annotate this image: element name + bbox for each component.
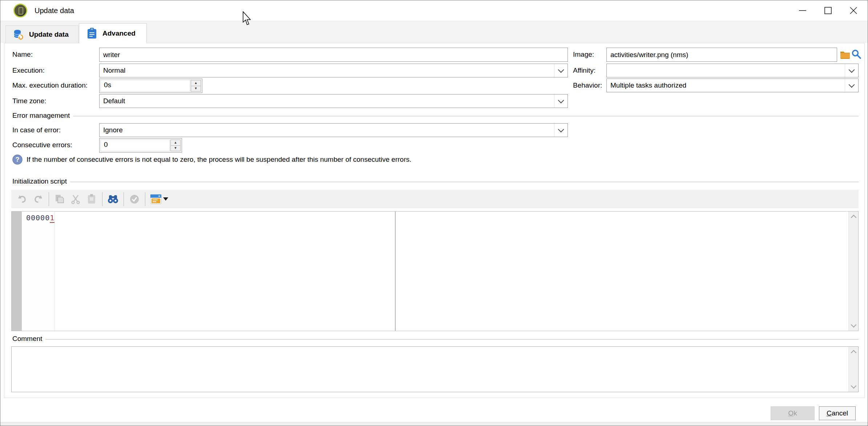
comment-textarea[interactable] bbox=[11, 346, 859, 392]
affinity-select[interactable] bbox=[606, 64, 859, 77]
chevron-down-icon bbox=[849, 81, 855, 88]
toolbar-separator bbox=[124, 192, 124, 206]
behavior-select[interactable]: Multiple tasks authorized bbox=[606, 79, 859, 92]
mouse-cursor bbox=[242, 11, 252, 26]
max-duration-spin-down-button[interactable]: ▼ bbox=[191, 86, 201, 92]
paste-button[interactable] bbox=[84, 192, 100, 207]
group-rule bbox=[73, 116, 859, 116]
editor-line-number-column: 000001 bbox=[22, 212, 55, 331]
copy-button[interactable] bbox=[52, 192, 68, 207]
close-button[interactable] bbox=[841, 0, 866, 21]
toolbar-separator bbox=[102, 192, 102, 206]
chevron-down-icon bbox=[558, 126, 564, 132]
max-duration-spin-up-button[interactable]: ▲ bbox=[191, 80, 201, 86]
find-button[interactable] bbox=[105, 192, 121, 207]
group-rule bbox=[45, 339, 859, 339]
insert-form-menu-icon bbox=[150, 194, 162, 204]
editor-left-pane[interactable] bbox=[54, 212, 394, 331]
maximize-button[interactable] bbox=[815, 0, 841, 21]
script-editor[interactable]: 000001 bbox=[11, 211, 859, 331]
window-title: Update data bbox=[35, 0, 74, 21]
cut-button[interactable] bbox=[68, 192, 84, 207]
editor-right-pane[interactable] bbox=[396, 212, 849, 331]
behavior-label: Behavior: bbox=[573, 79, 602, 92]
execution-label: Execution: bbox=[12, 64, 45, 77]
toolbar-separator bbox=[49, 192, 49, 206]
undo-button[interactable] bbox=[14, 192, 30, 207]
find-binoculars-icon bbox=[107, 194, 119, 205]
name-label: Name: bbox=[12, 48, 33, 61]
init-script-group-header: Initialization script bbox=[12, 177, 859, 186]
max-duration-spinner[interactable]: 0s ▲ ▼ bbox=[99, 79, 202, 93]
name-input[interactable] bbox=[99, 48, 568, 62]
affinity-dropdown-zone[interactable] bbox=[845, 64, 858, 77]
validate-check-icon bbox=[129, 194, 140, 205]
tab-advanced[interactable]: Advanced bbox=[79, 23, 147, 43]
scroll-up-button[interactable] bbox=[849, 212, 858, 222]
script-toolbar bbox=[11, 190, 859, 208]
app-icon bbox=[13, 4, 27, 17]
spin-up-icon: ▲ bbox=[194, 81, 198, 85]
ok-button[interactable]: Ok bbox=[771, 406, 815, 420]
folder-icon bbox=[840, 49, 851, 60]
consecutive-errors-spin-up-button[interactable]: ▲ bbox=[170, 140, 181, 146]
minimize-icon bbox=[799, 7, 807, 15]
toolbar-separator bbox=[145, 192, 145, 206]
image-input[interactable] bbox=[606, 48, 837, 62]
paste-icon bbox=[86, 194, 97, 205]
validate-button[interactable] bbox=[126, 192, 142, 207]
redo-button[interactable] bbox=[30, 192, 46, 207]
timezone-select[interactable]: Default bbox=[99, 94, 568, 108]
behavior-dropdown-zone[interactable] bbox=[845, 79, 858, 92]
chevron-down-icon bbox=[849, 67, 855, 73]
dropdown-caret-icon bbox=[163, 197, 168, 201]
consecutive-errors-info-text: If the number of consecutive errors is n… bbox=[27, 154, 411, 165]
in-case-of-error-dropdown-zone[interactable] bbox=[554, 124, 568, 137]
maximize-icon bbox=[824, 7, 832, 15]
tab-update-data-label: Update data bbox=[29, 31, 69, 39]
chevron-down-icon bbox=[851, 322, 856, 328]
close-icon bbox=[849, 7, 857, 15]
chevron-down-icon bbox=[558, 67, 564, 73]
consecutive-errors-spinner[interactable]: 0 ▲ ▼ bbox=[99, 138, 182, 153]
timezone-dropdown-zone[interactable] bbox=[554, 95, 568, 108]
consecutive-errors-value[interactable]: 0 bbox=[101, 140, 170, 151]
scroll-down-button[interactable] bbox=[849, 382, 858, 392]
cancel-button[interactable]: Cancel bbox=[819, 406, 856, 420]
in-case-of-error-select[interactable]: Ignore bbox=[99, 123, 568, 137]
comment-scrollbar[interactable] bbox=[848, 347, 858, 392]
image-browse-button[interactable] bbox=[840, 49, 851, 61]
spin-up-icon: ▲ bbox=[174, 141, 177, 144]
comment-title: Comment bbox=[12, 335, 45, 343]
minimize-button[interactable] bbox=[790, 0, 815, 21]
redo-icon bbox=[33, 194, 44, 205]
image-search-button[interactable] bbox=[851, 49, 861, 61]
execution-value: Normal bbox=[100, 67, 125, 75]
image-label: Image: bbox=[573, 48, 594, 61]
clipboard-icon bbox=[86, 28, 97, 39]
chevron-up-icon bbox=[851, 350, 856, 356]
scroll-up-button[interactable] bbox=[849, 347, 858, 357]
in-case-of-error-label: In case of error: bbox=[12, 123, 61, 137]
chevron-up-icon bbox=[851, 215, 856, 221]
svg-text:?: ? bbox=[16, 156, 20, 163]
in-case-of-error-value: Ignore bbox=[100, 126, 123, 134]
init-script-title: Initialization script bbox=[12, 177, 70, 185]
consecutive-errors-spin-down-button[interactable]: ▼ bbox=[170, 146, 181, 152]
window-bottom-strip bbox=[0, 422, 868, 426]
editor-scrollbar[interactable] bbox=[848, 212, 858, 331]
timezone-value: Default bbox=[100, 97, 125, 105]
spin-down-icon: ▼ bbox=[174, 146, 177, 150]
scroll-down-button[interactable] bbox=[849, 321, 858, 331]
execution-dropdown-zone[interactable] bbox=[554, 64, 568, 77]
execution-select[interactable]: Normal bbox=[99, 64, 568, 77]
line-number: 000001 bbox=[26, 213, 54, 222]
error-management-group-header: Error management bbox=[12, 111, 859, 120]
comment-text bbox=[15, 348, 846, 390]
insert-menu-button[interactable] bbox=[148, 192, 170, 207]
chevron-down-icon bbox=[558, 97, 564, 103]
max-duration-value[interactable]: 0s bbox=[101, 80, 190, 92]
tab-update-data[interactable]: Update data bbox=[5, 25, 78, 43]
database-sync-icon bbox=[12, 29, 24, 40]
max-duration-label: Max. execution duration: bbox=[12, 79, 88, 92]
